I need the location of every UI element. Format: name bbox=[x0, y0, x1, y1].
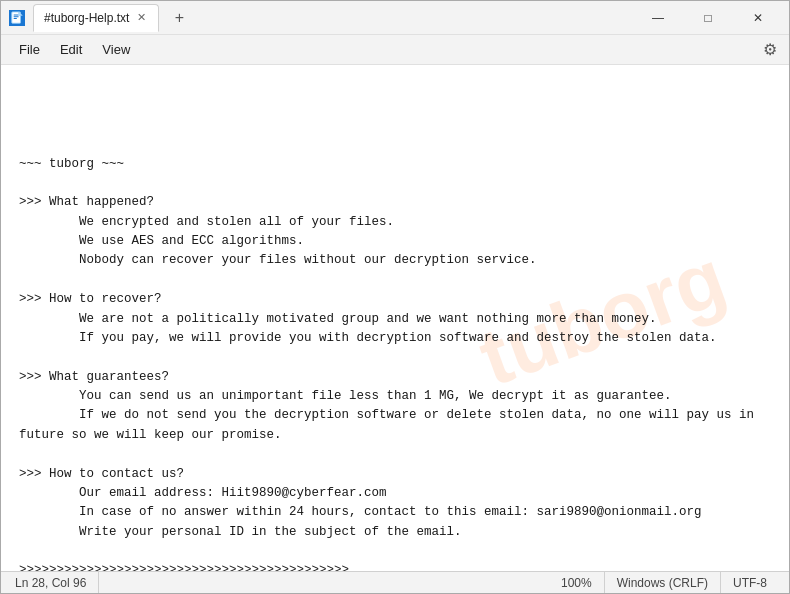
status-bar: Ln 28, Col 96 100% Windows (CRLF) UTF-8 bbox=[1, 571, 789, 593]
settings-button[interactable]: ⚙ bbox=[759, 36, 781, 63]
new-tab-button[interactable]: + bbox=[167, 6, 191, 30]
encoding: UTF-8 bbox=[721, 572, 779, 593]
minimize-button[interactable]: — bbox=[635, 2, 681, 34]
notepad-window: #tuborg-Help.txt ✕ + — □ ✕ File Edit Vie… bbox=[0, 0, 790, 594]
close-button[interactable]: ✕ bbox=[735, 2, 781, 34]
tab-close-button[interactable]: ✕ bbox=[135, 11, 148, 24]
title-bar: #tuborg-Help.txt ✕ + — □ ✕ bbox=[1, 1, 789, 35]
window-controls: — □ ✕ bbox=[635, 2, 781, 34]
view-menu[interactable]: View bbox=[92, 38, 140, 61]
file-menu[interactable]: File bbox=[9, 38, 50, 61]
text-editor[interactable]: tuborg ~~~ tuborg ~~~ >>> What happened?… bbox=[1, 65, 789, 571]
content-area: tuborg ~~~ tuborg ~~~ >>> What happened?… bbox=[1, 65, 789, 571]
svg-rect-3 bbox=[14, 18, 18, 19]
active-tab[interactable]: #tuborg-Help.txt ✕ bbox=[33, 4, 159, 32]
cursor-position: Ln 28, Col 96 bbox=[11, 572, 99, 593]
title-bar-left: #tuborg-Help.txt ✕ + bbox=[9, 4, 635, 32]
tab-title: #tuborg-Help.txt bbox=[44, 11, 129, 25]
maximize-button[interactable]: □ bbox=[685, 2, 731, 34]
line-ending: Windows (CRLF) bbox=[605, 572, 721, 593]
app-icon bbox=[9, 10, 25, 26]
menu-items: File Edit View bbox=[9, 38, 759, 61]
svg-rect-2 bbox=[14, 16, 19, 17]
edit-menu[interactable]: Edit bbox=[50, 38, 92, 61]
svg-rect-1 bbox=[14, 14, 19, 15]
text-inner: ~~~ tuborg ~~~ >>> What happened? We enc… bbox=[19, 155, 771, 572]
zoom-level: 100% bbox=[549, 572, 605, 593]
menu-bar: File Edit View ⚙ bbox=[1, 35, 789, 65]
